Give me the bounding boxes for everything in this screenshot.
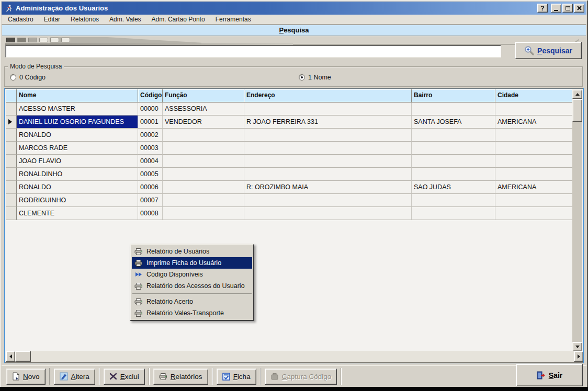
cell-endereco [244,207,412,220]
novo-button[interactable]: Novo [6,369,46,385]
table-row[interactable]: RONALDINHO 00005 [6,168,574,181]
cell-bairro [412,194,495,207]
menu-cadastro[interactable]: Cadastro [8,16,33,23]
sair-button-label: Sair [549,371,562,380]
cell-codigo: 00005 [138,168,163,181]
context-menu: Relatório de Usuários Imprime Ficha do U… [130,244,254,321]
horizontal-scrollbar[interactable] [6,351,583,362]
cell-codigo: 00004 [138,155,163,168]
table-row-selected[interactable]: DANIEL LUIZ OSORIO FAGUNDES 00001 VENDED… [6,116,574,129]
column-header-bairro[interactable]: Bairro [412,89,495,102]
search-input[interactable] [5,45,501,58]
cell-codigo: 00008 [138,207,163,220]
toolbar-separator [149,368,150,385]
table-row[interactable]: MARCOS RADE 00003 [6,142,574,155]
table-row[interactable]: RODRIGUINHO 00007 [6,194,574,207]
printer-icon [134,310,143,317]
cell-cidade: AMERICANA [495,181,574,194]
cell-endereco [244,168,412,181]
cell-codigo: 00006 [138,181,163,194]
new-document-icon [12,372,20,381]
vertical-scroll-thumb[interactable] [572,99,582,122]
context-menu-label: Relatório Acerto [146,298,193,305]
search-mode-legend: Modo de Pesquisa [8,63,64,70]
captura-codigo-button[interactable]: Captura Código [265,369,337,385]
cell-funcao: VENDEDOR [163,116,244,129]
cell-nome: RONALDO [17,129,138,142]
scroll-down-button[interactable] [572,342,582,351]
table-row[interactable]: ACESSO MASTER 00000 ASSESSORIA [6,102,574,116]
cell-cidade [495,102,574,116]
minimize-button[interactable] [551,4,561,13]
decorative-box [61,38,70,42]
column-header-cidade[interactable]: Cidade [495,89,574,102]
context-menu-item-relatorio-acessos[interactable]: Relatório dos Acessos do Usuario [132,280,252,292]
context-menu-label: Imprime Ficha do Usuário [146,259,221,267]
menu-ferramentas[interactable]: Ferramentas [216,16,251,23]
cell-cidade: AMERICANA [495,116,574,129]
menu-adm-cartao-ponto[interactable]: Adm. Cartão Ponto [152,16,205,23]
cell-bairro [412,168,495,181]
menu-adm-vales[interactable]: Adm. Vales [109,16,141,23]
row-indicator [6,194,17,207]
cell-bairro: SAO JUDAS [412,181,495,194]
radio-label: 0 Código [19,74,46,81]
cell-codigo: 00001 [138,116,163,129]
chevrons-icon [134,271,143,278]
cell-cidade [495,129,574,142]
relatorios-button-label: Relatórios [171,373,202,381]
context-menu-label: Relatório dos Acessos do Usuario [146,282,245,290]
table-row[interactable]: RONALDO 00002 [6,129,574,142]
radio-option-nome[interactable]: 1 Nome [299,74,331,81]
section-header: Pesquisa [2,25,586,36]
scroll-right-button[interactable] [574,351,583,362]
cell-bairro [412,155,495,168]
sair-button[interactable]: Sair [516,364,583,386]
table-header: Nome Código Função Endereço Bairro Cidad… [6,89,574,102]
cell-funcao [163,168,244,181]
context-menu-label: Relatório Vales-Transporte [146,309,224,317]
table-row[interactable]: JOAO FLAVIO 00004 [6,155,574,168]
cell-endereco [244,142,412,155]
radio-option-codigo[interactable]: 0 Código [10,74,46,81]
cell-funcao [163,181,244,194]
table-row[interactable]: CLEMENTE 00008 [6,207,574,220]
context-menu-item-relatorio-usuarios[interactable]: Relatório de Usuários [132,246,252,257]
decorative-box [28,38,37,42]
horizontal-scroll-thumb[interactable] [15,351,31,362]
radio-selected-icon [299,74,305,80]
scroll-left-button[interactable] [6,351,15,362]
cell-bairro: SANTA JOSEFA [412,116,495,129]
app-icon [5,4,13,13]
menu-editar[interactable]: Editar [44,16,60,23]
vertical-scrollbar[interactable] [572,89,582,351]
bottom-toolbar: Novo Altera Exclui Relatórios Ficha [2,365,586,387]
search-button[interactable]: Pesquisar [515,42,582,59]
cell-funcao: ASSESSORIA [163,102,244,116]
column-header-funcao[interactable]: Função [163,89,244,102]
cell-funcao [163,129,244,142]
table-row[interactable]: RONALDO 00006 R: OROZIMBO MAIA SAO JUDAS… [6,181,574,194]
column-header-nome[interactable]: Nome [17,89,138,102]
context-menu-item-relatorio-acerto[interactable]: Relatório Acerto [132,296,252,307]
maximize-button[interactable] [562,4,573,13]
cell-nome: MARCOS RADE [17,142,138,155]
column-header-endereco[interactable]: Endereço [244,89,412,102]
altera-button[interactable]: Altera [54,369,95,385]
ficha-button[interactable]: Ficha [217,369,256,385]
decorative-box [17,38,26,42]
exclui-button[interactable]: Exclui [104,369,145,385]
context-menu-item-codigo-disponiveis[interactable]: Código Disponíveis [132,269,252,280]
scroll-up-button[interactable] [572,89,582,99]
context-menu-item-imprime-ficha[interactable]: Imprime Ficha do Usuário [132,257,252,269]
context-menu-item-relatorio-vales[interactable]: Relatório Vales-Transporte [132,307,252,319]
relatorios-button[interactable]: Relatórios [153,369,208,385]
users-table: Nome Código Função Endereço Bairro Cidad… [4,88,584,363]
help-button[interactable]: ? [537,4,548,13]
close-button[interactable] [574,4,584,13]
cell-nome: RONALDINHO [17,168,138,181]
column-header-codigo[interactable]: Código [138,89,163,102]
cell-cidade [495,142,574,155]
menu-relatorios[interactable]: Relatórios [71,16,99,23]
row-indicator [6,142,17,155]
